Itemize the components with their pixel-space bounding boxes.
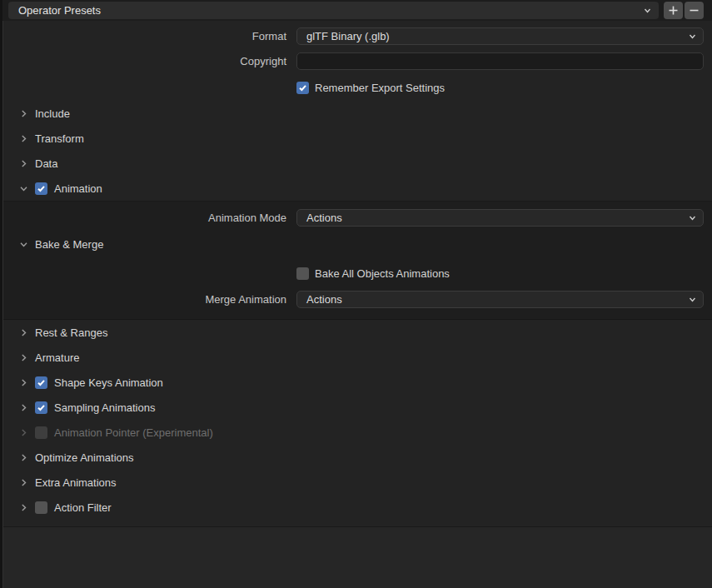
- remember-settings-label: Remember Export Settings: [315, 82, 445, 94]
- checkmark-icon: [37, 184, 46, 193]
- panel-header-rest-ranges[interactable]: Rest & Ranges: [3, 320, 712, 345]
- operator-presets-label: Operator Presets: [18, 4, 643, 17]
- panel-label: Animation Pointer (Experimental): [54, 426, 213, 439]
- panel-label: Shape Keys Animation: [54, 376, 163, 389]
- panel-label: Data: [35, 157, 57, 170]
- panel-label: Animation: [54, 182, 102, 195]
- checkmark-icon: [37, 378, 46, 387]
- chevron-down-icon: [688, 295, 697, 304]
- chevron-right-icon: [19, 353, 28, 362]
- chevron-right-icon: [19, 403, 28, 412]
- export-options-area: Format glTF Binary (.glb) Copyright: [2, 21, 712, 588]
- chevron-down-icon: [19, 184, 28, 193]
- remember-settings-checkbox[interactable]: [296, 82, 309, 94]
- chevron-right-icon: [19, 159, 28, 168]
- format-select[interactable]: glTF Binary (.glb): [296, 27, 704, 45]
- chevron-right-icon: [19, 478, 28, 487]
- format-value: glTF Binary (.glb): [306, 30, 688, 42]
- animation-mode-row: Animation Mode Actions: [3, 209, 704, 227]
- panel-list-lower: Rest & Ranges Armature Shape Keys Animat…: [3, 320, 712, 526]
- sampling-checkbox[interactable]: [35, 401, 47, 414]
- chevron-down-icon: [643, 6, 652, 15]
- chevron-right-icon: [19, 428, 28, 437]
- merge-animation-value: Actions: [306, 293, 688, 306]
- panel-header-data[interactable]: Data: [3, 151, 712, 176]
- panel-header-shape-keys[interactable]: Shape Keys Animation: [3, 370, 712, 395]
- panel-header-extra[interactable]: Extra Animations: [3, 470, 712, 495]
- action-filter-checkbox[interactable]: [35, 501, 47, 514]
- panel-label: Include: [35, 107, 70, 120]
- panel-label: Armature: [35, 351, 79, 364]
- merge-animation-select[interactable]: Actions: [296, 291, 704, 308]
- panel-label: Action Filter: [54, 501, 112, 514]
- minus-icon: [689, 5, 700, 16]
- panel-header-action-filter[interactable]: Action Filter: [3, 495, 712, 520]
- chevron-right-icon: [19, 134, 28, 143]
- panel-label: Bake & Merge: [35, 238, 103, 251]
- panel-header-transform[interactable]: Transform: [3, 126, 712, 151]
- panel-label: Transform: [35, 132, 84, 145]
- panel-header-include[interactable]: Include: [3, 101, 712, 126]
- bake-all-label: Bake All Objects Animations: [315, 267, 450, 280]
- operator-presets-bar: Operator Presets: [2, 0, 712, 21]
- chevron-down-icon: [19, 240, 28, 249]
- copyright-label: Copyright: [3, 55, 286, 67]
- format-label: Format: [3, 30, 286, 42]
- merge-animation-label: Merge Animation: [3, 293, 286, 306]
- panel-label: Sampling Animations: [54, 401, 155, 414]
- panel-header-bake-merge[interactable]: Bake & Merge: [3, 232, 712, 257]
- shape-keys-checkbox[interactable]: [35, 376, 47, 389]
- add-preset-button[interactable]: [664, 2, 683, 19]
- copyright-row: Copyright: [3, 52, 704, 70]
- panel-header-optimize[interactable]: Optimize Animations: [3, 445, 712, 470]
- chevron-right-icon: [19, 109, 28, 118]
- remove-preset-button[interactable]: [685, 2, 704, 19]
- panel-label: Optimize Animations: [35, 451, 134, 464]
- bake-all-row: Bake All Objects Animations: [3, 267, 704, 281]
- chevron-right-icon: [19, 453, 28, 462]
- format-row: Format glTF Binary (.glb): [3, 27, 704, 45]
- animation-pointer-checkbox[interactable]: [35, 426, 47, 439]
- merge-animation-row: Merge Animation Actions: [3, 291, 704, 308]
- panel-label: Rest & Ranges: [35, 326, 107, 339]
- checkmark-icon: [298, 83, 307, 92]
- animation-mode-select[interactable]: Actions: [296, 209, 704, 227]
- plus-icon: [668, 5, 679, 16]
- chevron-right-icon: [19, 503, 28, 512]
- animation-checkbox[interactable]: [35, 182, 47, 195]
- animation-panel-body: Animation Mode Actions Bake & Merge: [3, 201, 712, 320]
- panel-header-animation-pointer[interactable]: Animation Pointer (Experimental): [3, 420, 712, 445]
- chevron-down-icon: [688, 213, 697, 222]
- bake-all-checkbox[interactable]: [296, 267, 309, 280]
- chevron-right-icon: [19, 378, 28, 387]
- empty-area: [3, 526, 712, 588]
- panel-list: Include Transform Data Animation: [3, 101, 712, 201]
- general-properties: Format glTF Binary (.glb) Copyright: [3, 21, 712, 95]
- animation-mode-label: Animation Mode: [3, 212, 286, 224]
- checkmark-icon: [37, 403, 46, 412]
- panel-header-sampling[interactable]: Sampling Animations: [3, 395, 712, 420]
- panel-header-armature[interactable]: Armature: [3, 345, 712, 370]
- chevron-down-icon: [688, 32, 697, 41]
- remember-settings-row: Remember Export Settings: [3, 81, 704, 95]
- animation-mode-value: Actions: [306, 212, 688, 224]
- export-settings-panel: Operator Presets Format glTF Binary (.gl…: [0, 0, 712, 588]
- chevron-right-icon: [19, 328, 28, 337]
- copyright-input[interactable]: [296, 52, 704, 70]
- panel-header-animation[interactable]: Animation: [3, 176, 712, 201]
- operator-presets-dropdown[interactable]: Operator Presets: [8, 2, 659, 19]
- panel-label: Extra Animations: [35, 476, 117, 489]
